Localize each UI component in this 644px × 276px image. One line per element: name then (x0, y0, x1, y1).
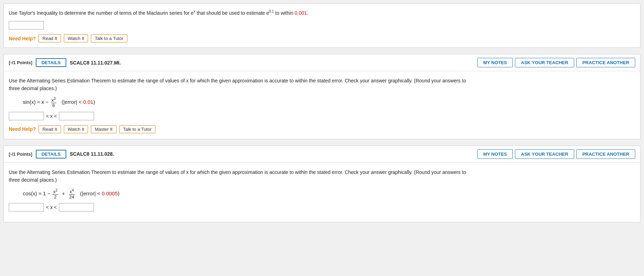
problem2-my-notes-button[interactable]: MY NOTES (477, 149, 513, 159)
problem2-body: Use the Alternating Series Estimation Th… (4, 163, 640, 222)
problem1-body: Use the Alternating Series Estimation Th… (4, 71, 640, 139)
problem2-upper-input[interactable] (59, 203, 94, 211)
top-need-help-label: Need Help? (9, 36, 36, 41)
problem1-actions: MY NOTES ASK YOUR TEACHER PRACTICE ANOTH… (477, 58, 635, 67)
problem2-actions: MY NOTES ASK YOUR TEACHER PRACTICE ANOTH… (477, 149, 635, 159)
problem1-talk-tutor-button[interactable]: Talk to a Tutor (119, 125, 156, 133)
problem2-points: [-/1 Points] (9, 152, 32, 157)
problem1-ask-teacher-button[interactable]: ASK YOUR TEACHER (515, 58, 574, 67)
top-watch-it-button[interactable]: Watch It (64, 34, 88, 42)
problem2-lower-input[interactable] (9, 203, 44, 211)
top-problem-card: Use Taylor's Inequality to determine the… (4, 4, 640, 48)
problem1-need-help-label: Need Help? (9, 126, 36, 132)
problem1-less-than: < x < (46, 113, 57, 119)
top-answer-input[interactable] (9, 21, 44, 29)
problem2-input-row: < x < (9, 203, 635, 211)
problem1-my-notes-button[interactable]: MY NOTES (477, 58, 513, 67)
problem1-upper-input[interactable] (59, 112, 94, 120)
problem2-error-val: 0.0005 (102, 190, 118, 196)
problem2-less-than: < x < (46, 204, 57, 210)
top-error-period: . (307, 10, 308, 16)
problem1-details-button[interactable]: DETAILS (36, 58, 66, 67)
problem1-math: sin(x) ≈ x − x3 6 (|error| < 0.01) (23, 97, 635, 108)
problem1-help-row: Need Help? Read It Watch It Master It Ta… (9, 125, 635, 133)
problem1-lower-input[interactable] (9, 112, 44, 120)
problem2-math: cos(x) ≈ 1 − x2 2 + x4 24 (|error| < 0.0… (23, 188, 635, 200)
top-problem-text: Use Taylor's Inequality to determine the… (9, 9, 635, 17)
problem1-points: [-/1 Points] (9, 60, 32, 65)
problem1-id: SCALC8 11.11.027.MI. (70, 60, 474, 66)
problem2-fraction1: x2 2 (53, 188, 58, 200)
problem2-card: [-/1 Points] DETAILS SCALC8 11.11.028. M… (4, 146, 640, 223)
problem1-header: [-/1 Points] DETAILS SCALC8 11.11.027.MI… (4, 54, 640, 71)
top-answer-row (9, 21, 635, 29)
problem1-error-val: 0.01 (83, 99, 93, 105)
problem1-input-row: < x < (9, 112, 635, 120)
problem1-master-it-button[interactable]: Master It (91, 125, 116, 133)
top-help-row: Need Help? Read It Watch It Talk to a Tu… (9, 34, 635, 42)
problem1-card: [-/1 Points] DETAILS SCALC8 11.11.027.MI… (4, 54, 640, 139)
problem2-ask-teacher-button[interactable]: ASK YOUR TEACHER (515, 149, 574, 159)
problem1-fraction: x3 6 (51, 97, 56, 108)
problem2-header: [-/1 Points] DETAILS SCALC8 11.11.028. M… (4, 146, 640, 163)
top-error-value: 0.001 (295, 10, 307, 16)
problem2-id: SCALC8 11.11.028. (70, 151, 474, 157)
top-read-it-button[interactable]: Read It (39, 34, 61, 42)
problem1-watch-it-button[interactable]: Watch It (64, 125, 88, 133)
problem2-fraction2: x4 24 (68, 188, 75, 200)
problem1-read-it-button[interactable]: Read It (39, 125, 61, 133)
problem2-text: Use the Alternating Series Estimation Th… (9, 168, 635, 184)
problem1-text: Use the Alternating Series Estimation Th… (9, 77, 635, 93)
problem1-practice-another-button[interactable]: PRACTICE ANOTHER (576, 58, 635, 67)
problem2-practice-another-button[interactable]: PRACTICE ANOTHER (576, 149, 635, 159)
problem2-details-button[interactable]: DETAILS (36, 150, 66, 159)
top-talk-tutor-button[interactable]: Talk to a Tutor (91, 34, 127, 42)
